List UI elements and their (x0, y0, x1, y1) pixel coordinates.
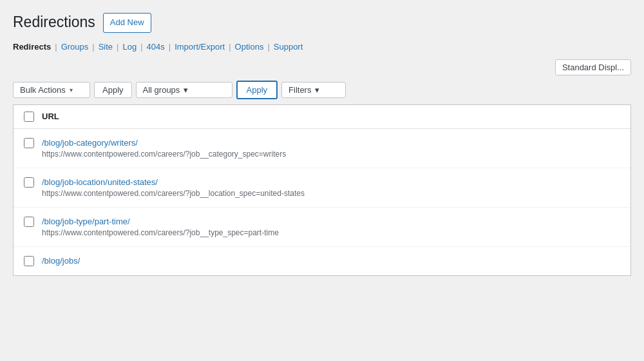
row-checkbox-2[interactable] (24, 217, 34, 227)
redirects-table: URL /blog/job-category/writers/ https://… (13, 104, 631, 276)
row-content-0: /blog/job-category/writers/ https://www.… (42, 138, 286, 159)
nav-sep-6: | (229, 42, 231, 52)
nav-item-options[interactable]: Options (235, 42, 264, 52)
table-row: /blog/job-type/part-time/ https://www.co… (14, 208, 630, 247)
table-row: /blog/job-category/writers/ https://www.… (14, 129, 630, 168)
group-filter-chevron-icon: ▾ (184, 85, 188, 95)
row-url-target-0: https://www.contentpowered.com/careers/?… (42, 150, 286, 159)
row-content-3: /blog/jobs/ (42, 256, 80, 266)
filters-label: Filters (289, 85, 311, 95)
bulk-actions-apply-button[interactable]: Apply (94, 82, 132, 98)
display-options-button[interactable]: Standard Displ... (555, 59, 631, 75)
nav-sep-4: | (140, 42, 142, 52)
toolbar: Bulk Actions ▾ Apply All groups ▾ Apply … (13, 81, 631, 99)
nav-sep-2: | (92, 42, 94, 52)
row-url-path-1[interactable]: /blog/job-location/united-states/ (42, 177, 305, 187)
row-url-path-0[interactable]: /blog/job-category/writers/ (42, 138, 286, 148)
group-filter-apply-button[interactable]: Apply (236, 81, 278, 99)
row-content-1: /blog/job-location/united-states/ https:… (42, 177, 305, 198)
group-filter-label: All groups (143, 85, 180, 95)
nav-item-groups[interactable]: Groups (61, 42, 89, 52)
nav-item-site[interactable]: Site (99, 42, 113, 52)
bulk-actions-label: Bulk Actions (20, 85, 66, 95)
table-row: /blog/jobs/ (14, 247, 630, 275)
nav-item-redirects[interactable]: Redirects (13, 42, 51, 52)
column-header-url: URL (42, 112, 59, 121)
nav-item-log[interactable]: Log (122, 42, 137, 52)
group-filter-dropdown[interactable]: All groups ▾ (136, 82, 232, 98)
nav-sep-1: | (55, 42, 57, 52)
nav-item-support[interactable]: Support (274, 42, 303, 52)
row-checkbox-1[interactable] (24, 177, 34, 188)
nav-sep-3: | (117, 42, 118, 52)
filters-chevron-icon: ▾ (315, 85, 319, 95)
nav-sep-5: | (169, 42, 171, 52)
nav-sep-7: | (267, 42, 269, 52)
row-url-target-2: https://www.contentpowered.com/careers/?… (42, 228, 279, 237)
row-content-2: /blog/job-type/part-time/ https://www.co… (42, 217, 279, 237)
select-all-checkbox[interactable] (24, 112, 34, 122)
add-new-button[interactable]: Add New (103, 13, 151, 33)
table-header: URL (14, 105, 630, 129)
nav-item-404s[interactable]: 404s (147, 42, 165, 52)
table-row: /blog/job-location/united-states/ https:… (14, 168, 630, 208)
bulk-actions-chevron-icon: ▾ (70, 86, 73, 93)
row-url-target-1: https://www.contentpowered.com/careers/?… (42, 189, 305, 198)
page-title: Redirections (13, 13, 95, 32)
bulk-actions-dropdown[interactable]: Bulk Actions ▾ (13, 82, 90, 98)
nav-item-import-export[interactable]: Import/Export (175, 42, 225, 52)
row-checkbox-0[interactable] (24, 138, 34, 148)
row-checkbox-3[interactable] (24, 256, 34, 266)
nav-bar: Redirects | Groups | Site | Log | 404s |… (13, 42, 631, 52)
row-url-path-2[interactable]: /blog/job-type/part-time/ (42, 217, 279, 226)
filters-dropdown[interactable]: Filters ▾ (281, 82, 346, 98)
row-url-path-3[interactable]: /blog/jobs/ (42, 256, 80, 266)
